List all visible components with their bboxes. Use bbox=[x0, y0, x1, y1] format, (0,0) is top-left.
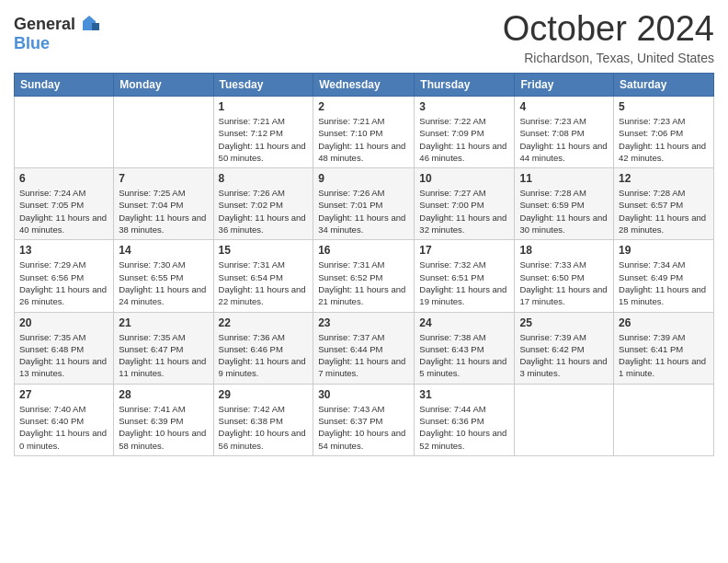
title-block: October 2024 Richardson, Texas, United S… bbox=[503, 9, 714, 65]
svg-marker-1 bbox=[92, 23, 99, 30]
day-info: Sunrise: 7:22 AM Sunset: 7:09 PM Dayligh… bbox=[419, 115, 509, 164]
calendar-week-row: 1Sunrise: 7:21 AM Sunset: 7:12 PM Daylig… bbox=[15, 97, 714, 168]
day-number: 19 bbox=[619, 244, 709, 257]
day-info: Sunrise: 7:38 AM Sunset: 6:43 PM Dayligh… bbox=[419, 331, 509, 380]
day-number: 31 bbox=[419, 388, 509, 401]
calendar-cell: 10Sunrise: 7:27 AM Sunset: 7:00 PM Dayli… bbox=[415, 168, 515, 240]
logo: General Blue bbox=[14, 14, 99, 53]
calendar-week-row: 6Sunrise: 7:24 AM Sunset: 7:05 PM Daylig… bbox=[15, 168, 714, 240]
day-number: 26 bbox=[619, 316, 709, 329]
day-of-week-header: Monday bbox=[114, 74, 213, 97]
calendar-cell: 1Sunrise: 7:21 AM Sunset: 7:12 PM Daylig… bbox=[213, 97, 313, 168]
calendar-cell: 11Sunrise: 7:28 AM Sunset: 6:59 PM Dayli… bbox=[515, 168, 614, 240]
day-of-week-header: Tuesday bbox=[213, 74, 313, 97]
calendar-cell bbox=[114, 97, 213, 168]
location-text: Richardson, Texas, United States bbox=[503, 51, 714, 65]
calendar-cell: 3Sunrise: 7:22 AM Sunset: 7:09 PM Daylig… bbox=[415, 97, 515, 168]
calendar-cell: 14Sunrise: 7:30 AM Sunset: 6:55 PM Dayli… bbox=[114, 240, 213, 312]
day-of-week-header: Sunday bbox=[15, 74, 114, 97]
calendar-cell bbox=[515, 384, 614, 455]
calendar-cell: 17Sunrise: 7:32 AM Sunset: 6:51 PM Dayli… bbox=[415, 240, 515, 312]
day-info: Sunrise: 7:23 AM Sunset: 7:08 PM Dayligh… bbox=[519, 115, 609, 164]
day-info: Sunrise: 7:28 AM Sunset: 6:59 PM Dayligh… bbox=[519, 187, 609, 236]
calendar-cell: 16Sunrise: 7:31 AM Sunset: 6:52 PM Dayli… bbox=[313, 240, 415, 312]
calendar-week-row: 13Sunrise: 7:29 AM Sunset: 6:56 PM Dayli… bbox=[15, 240, 714, 312]
calendar-cell: 26Sunrise: 7:39 AM Sunset: 6:41 PM Dayli… bbox=[614, 312, 714, 384]
calendar-cell: 4Sunrise: 7:23 AM Sunset: 7:08 PM Daylig… bbox=[515, 97, 614, 168]
day-info: Sunrise: 7:43 AM Sunset: 6:37 PM Dayligh… bbox=[318, 403, 409, 452]
day-number: 30 bbox=[318, 388, 409, 401]
calendar-table: SundayMondayTuesdayWednesdayThursdayFrid… bbox=[14, 73, 714, 456]
calendar-cell: 21Sunrise: 7:35 AM Sunset: 6:47 PM Dayli… bbox=[114, 312, 213, 384]
day-info: Sunrise: 7:24 AM Sunset: 7:05 PM Dayligh… bbox=[19, 187, 108, 236]
logo-icon bbox=[79, 14, 99, 34]
calendar-cell: 18Sunrise: 7:33 AM Sunset: 6:50 PM Dayli… bbox=[515, 240, 614, 312]
calendar-week-row: 27Sunrise: 7:40 AM Sunset: 6:40 PM Dayli… bbox=[15, 384, 714, 455]
calendar-cell: 15Sunrise: 7:31 AM Sunset: 6:54 PM Dayli… bbox=[213, 240, 313, 312]
calendar-cell: 19Sunrise: 7:34 AM Sunset: 6:49 PM Dayli… bbox=[614, 240, 714, 312]
calendar-cell: 13Sunrise: 7:29 AM Sunset: 6:56 PM Dayli… bbox=[15, 240, 114, 312]
day-number: 11 bbox=[519, 172, 609, 185]
day-info: Sunrise: 7:29 AM Sunset: 6:56 PM Dayligh… bbox=[19, 259, 108, 307]
day-number: 10 bbox=[419, 172, 509, 185]
logo-general-text: General bbox=[14, 15, 75, 34]
day-info: Sunrise: 7:40 AM Sunset: 6:40 PM Dayligh… bbox=[19, 403, 108, 452]
day-info: Sunrise: 7:30 AM Sunset: 6:55 PM Dayligh… bbox=[119, 259, 208, 307]
calendar-cell: 5Sunrise: 7:23 AM Sunset: 7:06 PM Daylig… bbox=[614, 97, 714, 168]
day-number: 14 bbox=[119, 244, 208, 257]
day-number: 27 bbox=[19, 388, 108, 401]
calendar-week-row: 20Sunrise: 7:35 AM Sunset: 6:48 PM Dayli… bbox=[15, 312, 714, 384]
day-info: Sunrise: 7:25 AM Sunset: 7:04 PM Dayligh… bbox=[119, 187, 208, 236]
calendar-cell: 6Sunrise: 7:24 AM Sunset: 7:05 PM Daylig… bbox=[15, 168, 114, 240]
day-number: 24 bbox=[419, 316, 509, 329]
calendar-cell: 2Sunrise: 7:21 AM Sunset: 7:10 PM Daylig… bbox=[313, 97, 415, 168]
day-number: 25 bbox=[519, 316, 609, 329]
day-info: Sunrise: 7:31 AM Sunset: 6:54 PM Dayligh… bbox=[219, 259, 309, 307]
day-number: 8 bbox=[219, 172, 309, 185]
day-number: 16 bbox=[318, 244, 409, 257]
calendar-cell bbox=[614, 384, 714, 455]
day-of-week-header: Thursday bbox=[415, 74, 515, 97]
day-info: Sunrise: 7:21 AM Sunset: 7:10 PM Dayligh… bbox=[318, 115, 409, 164]
day-number: 28 bbox=[119, 388, 208, 401]
day-number: 6 bbox=[19, 172, 108, 185]
day-info: Sunrise: 7:39 AM Sunset: 6:41 PM Dayligh… bbox=[619, 331, 709, 380]
calendar-cell: 30Sunrise: 7:43 AM Sunset: 6:37 PM Dayli… bbox=[313, 384, 415, 455]
calendar-cell: 28Sunrise: 7:41 AM Sunset: 6:39 PM Dayli… bbox=[114, 384, 213, 455]
day-info: Sunrise: 7:33 AM Sunset: 6:50 PM Dayligh… bbox=[519, 259, 609, 307]
day-info: Sunrise: 7:34 AM Sunset: 6:49 PM Dayligh… bbox=[619, 259, 709, 307]
calendar-cell: 7Sunrise: 7:25 AM Sunset: 7:04 PM Daylig… bbox=[114, 168, 213, 240]
day-number: 23 bbox=[318, 316, 409, 329]
day-info: Sunrise: 7:35 AM Sunset: 6:47 PM Dayligh… bbox=[119, 331, 208, 380]
day-info: Sunrise: 7:41 AM Sunset: 6:39 PM Dayligh… bbox=[119, 403, 208, 452]
day-number: 3 bbox=[419, 100, 509, 113]
day-info: Sunrise: 7:39 AM Sunset: 6:42 PM Dayligh… bbox=[519, 331, 609, 380]
calendar-cell: 23Sunrise: 7:37 AM Sunset: 6:44 PM Dayli… bbox=[313, 312, 415, 384]
day-number: 12 bbox=[619, 172, 709, 185]
day-number: 15 bbox=[219, 244, 309, 257]
day-number: 9 bbox=[318, 172, 409, 185]
day-info: Sunrise: 7:37 AM Sunset: 6:44 PM Dayligh… bbox=[318, 331, 409, 380]
day-info: Sunrise: 7:23 AM Sunset: 7:06 PM Dayligh… bbox=[619, 115, 709, 164]
calendar-cell: 31Sunrise: 7:44 AM Sunset: 6:36 PM Dayli… bbox=[415, 384, 515, 455]
month-title: October 2024 bbox=[503, 9, 714, 49]
calendar-cell bbox=[15, 97, 114, 168]
day-number: 17 bbox=[419, 244, 509, 257]
day-number: 21 bbox=[119, 316, 208, 329]
logo-blue-text: Blue bbox=[14, 34, 50, 53]
calendar-cell: 20Sunrise: 7:35 AM Sunset: 6:48 PM Dayli… bbox=[15, 312, 114, 384]
page-header: General Blue October 2024 Richardson, Te… bbox=[14, 9, 714, 65]
day-info: Sunrise: 7:31 AM Sunset: 6:52 PM Dayligh… bbox=[318, 259, 409, 307]
day-info: Sunrise: 7:27 AM Sunset: 7:00 PM Dayligh… bbox=[419, 187, 509, 236]
day-info: Sunrise: 7:26 AM Sunset: 7:02 PM Dayligh… bbox=[219, 187, 309, 236]
day-number: 2 bbox=[318, 100, 409, 113]
day-of-week-header: Wednesday bbox=[313, 74, 415, 97]
day-info: Sunrise: 7:26 AM Sunset: 7:01 PM Dayligh… bbox=[318, 187, 409, 236]
day-info: Sunrise: 7:44 AM Sunset: 6:36 PM Dayligh… bbox=[419, 403, 509, 452]
day-number: 7 bbox=[119, 172, 208, 185]
calendar-cell: 8Sunrise: 7:26 AM Sunset: 7:02 PM Daylig… bbox=[213, 168, 313, 240]
calendar-cell: 12Sunrise: 7:28 AM Sunset: 6:57 PM Dayli… bbox=[614, 168, 714, 240]
day-number: 5 bbox=[619, 100, 709, 113]
calendar-cell: 25Sunrise: 7:39 AM Sunset: 6:42 PM Dayli… bbox=[515, 312, 614, 384]
calendar-cell: 22Sunrise: 7:36 AM Sunset: 6:46 PM Dayli… bbox=[213, 312, 313, 384]
